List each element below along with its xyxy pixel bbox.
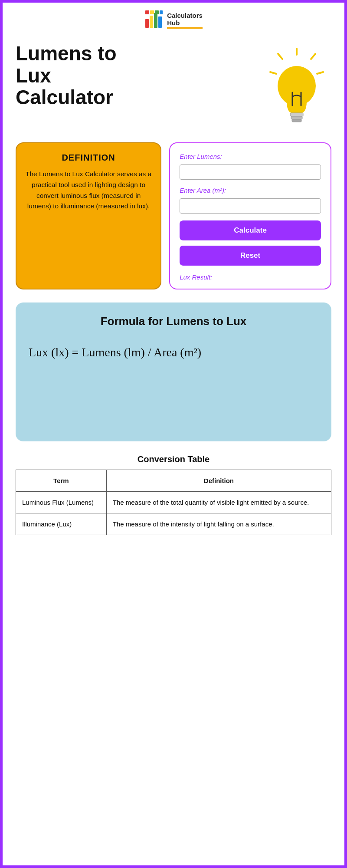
formula-section: Formula for Lumens to Lux Lux (lx) = Lum… xyxy=(16,302,331,441)
calculator-card: Enter Lumens: Enter Area (m²): Calculate… xyxy=(169,142,331,289)
logo-icon xyxy=(144,10,164,30)
conversion-table: Term Definition Luminous Flux (Lumens)Th… xyxy=(16,470,331,535)
table-header-row: Term Definition xyxy=(16,470,331,492)
svg-rect-0 xyxy=(145,19,149,28)
area-label: Enter Area (m²): xyxy=(180,187,321,194)
reset-button[interactable]: Reset xyxy=(180,246,321,266)
logo-section: Calculators Hub xyxy=(3,3,344,34)
header-section: Lumens toLuxCalculator xyxy=(3,34,344,138)
main-cards: DEFINITION The Lumens to Lux Calculator … xyxy=(3,138,344,298)
svg-rect-17 xyxy=(291,116,302,119)
col-header-definition: Definition xyxy=(106,470,331,492)
conversion-section: Conversion Table Term Definition Luminou… xyxy=(3,450,344,548)
cell-term-0: Luminous Flux (Lumens) xyxy=(16,492,107,513)
formula-title: Formula for Lumens to Lux xyxy=(24,315,323,328)
svg-rect-7 xyxy=(160,10,163,14)
svg-rect-1 xyxy=(150,16,153,28)
svg-line-11 xyxy=(278,54,282,59)
svg-line-9 xyxy=(311,54,315,59)
cell-definition-1: The measure of the intensity of light fa… xyxy=(106,513,331,535)
svg-line-10 xyxy=(317,72,323,74)
definition-body: The Lumens to Lux Calculator serves as a… xyxy=(24,169,153,212)
svg-rect-2 xyxy=(154,13,157,28)
svg-rect-18 xyxy=(292,119,301,122)
lumens-label: Enter Lumens: xyxy=(180,153,321,160)
cell-term-1: Illuminance (Lux) xyxy=(16,513,107,535)
definition-title: DEFINITION xyxy=(24,153,153,163)
svg-point-13 xyxy=(278,66,316,106)
logo-text: Calculators Hub xyxy=(167,12,203,29)
table-row: Illuminance (Lux)The measure of the inte… xyxy=(16,513,331,535)
page-title: Lumens toLuxCalculator xyxy=(16,43,262,108)
svg-rect-5 xyxy=(150,10,154,14)
lux-result-label: Lux Result: xyxy=(180,273,321,281)
svg-line-12 xyxy=(270,72,276,74)
bulb-graphic xyxy=(262,43,331,134)
formula-body: Lux (lx) = Lumens (lm) / Area (m²) xyxy=(24,344,323,361)
conversion-title: Conversion Table xyxy=(16,454,331,464)
svg-rect-6 xyxy=(155,10,159,14)
area-input[interactable] xyxy=(180,198,321,214)
svg-rect-4 xyxy=(145,10,149,14)
lightbulb-icon xyxy=(264,47,329,134)
calculate-button[interactable]: Calculate xyxy=(180,220,321,240)
table-row: Luminous Flux (Lumens)The measure of the… xyxy=(16,492,331,513)
svg-rect-3 xyxy=(158,16,162,28)
svg-rect-16 xyxy=(290,113,303,116)
lumens-input[interactable] xyxy=(180,164,321,180)
col-header-term: Term xyxy=(16,470,107,492)
definition-card: DEFINITION The Lumens to Lux Calculator … xyxy=(16,142,161,289)
cell-definition-0: The measure of the total quantity of vis… xyxy=(106,492,331,513)
